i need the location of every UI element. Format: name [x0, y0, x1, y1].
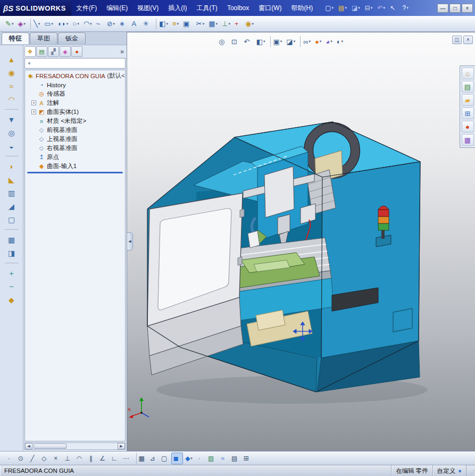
grid-table-icon[interactable]: ⊞▾ — [241, 453, 253, 464]
scroll-right-icon[interactable]: ▶ — [118, 443, 125, 449]
chevron-down-icon[interactable]: ▾ — [77, 22, 79, 26]
revolved-boss-icon[interactable]: ◉ — [4, 66, 19, 79]
chevron-down-icon[interactable]: ▾ — [332, 6, 334, 10]
rib-icon[interactable]: ▥ — [4, 186, 19, 199]
menu-edit[interactable]: 编辑(E) — [102, 0, 132, 16]
spline-icon[interactable]: ~▾ — [94, 18, 105, 30]
display-relations-icon[interactable]: ⊥▾ — [220, 18, 232, 30]
dimxpert-tab-icon[interactable]: ◈ — [60, 46, 71, 57]
snap-center-icon[interactable]: ⊙▾ — [16, 453, 28, 464]
filter-input[interactable] — [34, 59, 125, 68]
file-explorer-icon[interactable]: ▰ — [462, 94, 474, 106]
tree-item[interactable]: + ≡ ⚠ 材质 <未指定> — [25, 116, 125, 126]
model-canvas[interactable]: X — [127, 32, 475, 452]
dimension-standard-icon[interactable]: ▢▾ — [160, 453, 171, 464]
tab-sheet-metal[interactable]: 钣金 — [58, 32, 86, 44]
chevron-down-icon[interactable]: ▾ — [90, 22, 92, 26]
instant3d-icon[interactable]: ◆ — [4, 293, 19, 306]
custom-properties-icon[interactable]: ▦ — [462, 134, 474, 146]
trim-entities-icon[interactable]: ✂▾ — [194, 18, 206, 30]
rapid-sketch-icon[interactable]: ◉▾ — [243, 18, 256, 30]
previous-view-icon[interactable]: ↶▾ — [241, 36, 254, 47]
resize-grip[interactable]: ⋰ — [466, 465, 475, 476]
snap-line-icon[interactable]: ╱▾ — [28, 453, 39, 464]
chevron-down-icon[interactable]: ▾ — [263, 39, 265, 44]
hide-show-items-icon[interactable]: ∞▾ — [300, 36, 313, 47]
chevron-down-icon[interactable]: ▾ — [52, 22, 54, 26]
tree-item[interactable]: + ◇ ⚠ 右视基准面 — [25, 144, 125, 153]
tree-root-item[interactable]: ◆ ⚠ FRESADORA CON GUIA (默认< — [25, 71, 125, 80]
expand-plus-icon[interactable]: + — [31, 110, 36, 114]
chevron-down-icon[interactable]: ▾ — [228, 22, 230, 26]
shaded-with-edges-icon[interactable]: ◼▾ — [171, 453, 183, 464]
sketch-icon[interactable]: ✎▾ — [3, 18, 15, 30]
chevron-down-icon[interactable]: ▾ — [177, 22, 179, 26]
menu-insert[interactable]: 插入(I) — [163, 0, 191, 16]
section-view-icon[interactable]: ◧▾ — [254, 36, 268, 47]
chevron-down-icon[interactable]: ▾ — [294, 39, 296, 44]
graphics-area[interactable]: X ◎▾ ⊡▾ ↶▾ ◧▾ ▣▾ ◪▾ ∞▾ ●▾ — [127, 32, 475, 451]
make-path-icon[interactable]: ✳▾ — [141, 18, 153, 30]
tree-item[interactable]: + ◇ ⚠ 前视基准面 — [25, 126, 125, 135]
shell-icon[interactable]: ▢ — [4, 213, 19, 226]
ellipse-icon[interactable]: ⊘▾ — [105, 18, 117, 30]
chevron-down-icon[interactable]: ▾ — [252, 22, 254, 26]
snap-grid-icon[interactable]: ⋯▾ — [121, 453, 133, 464]
mirror-icon[interactable]: ◨ — [4, 246, 19, 260]
tree-horizontal-scrollbar[interactable]: ◀ ▶ — [24, 442, 126, 450]
tab-features[interactable]: 特征 — [2, 32, 29, 44]
chevron-down-icon[interactable]: ▾ — [358, 6, 360, 10]
texture-display-icon[interactable]: ▨▾ — [206, 453, 218, 464]
view-palette-icon[interactable]: ⊞ — [462, 107, 474, 119]
line-icon[interactable]: ╲▾ — [30, 18, 42, 30]
straight-slot-icon[interactable]: ◖◗▾ — [55, 18, 70, 30]
chevron-down-icon[interactable]: ▾ — [320, 39, 322, 44]
snap-intersection-icon[interactable]: ×▾ — [51, 453, 63, 464]
snap-tangent-icon[interactable]: ◠▾ — [74, 453, 86, 464]
appearances-icon[interactable]: ● — [462, 121, 474, 132]
chevron-down-icon[interactable]: ▾ — [113, 22, 115, 26]
tree-item[interactable]: + ◇ ⚠ 上视基准面 — [25, 135, 125, 144]
signal-tower[interactable] — [376, 206, 391, 247]
close-button[interactable]: × — [462, 4, 473, 13]
menu-view[interactable]: 视图(V) — [132, 0, 163, 16]
offset-entities-icon[interactable]: ≡▾ — [170, 18, 181, 30]
chevron-down-icon[interactable]: ▾ — [190, 456, 193, 461]
tree-item[interactable]: + ◆ ⚠ 曲面-输入1 — [25, 162, 125, 171]
new-document-icon[interactable]: ▢▾ — [323, 2, 336, 14]
scroll-left-icon[interactable]: ◀ — [25, 443, 32, 449]
chevron-down-icon[interactable]: ▾ — [341, 39, 344, 44]
propertymanager-tab-icon[interactable]: ▤ — [36, 46, 47, 57]
chevron-down-icon[interactable]: ▾ — [330, 39, 332, 44]
edit-appearance-icon[interactable]: ●▾ — [313, 36, 323, 47]
linear-pattern-icon[interactable]: ▦ — [4, 233, 19, 246]
quick-tips-sphere-icon[interactable]: ● — [458, 467, 462, 474]
hole-wizard-icon[interactable]: ◎ — [4, 126, 19, 139]
chevron-down-icon[interactable]: ▾ — [371, 6, 373, 10]
tree-item[interactable]: + ◔ ⚠ History — [25, 80, 125, 89]
view-orientation-icon[interactable]: ▣▾ — [270, 36, 285, 47]
machine-model[interactable] — [147, 122, 420, 392]
overflow-chevron-icon[interactable]: » — [120, 48, 126, 55]
draft-icon[interactable]: ◢ — [4, 199, 19, 213]
chevron-down-icon[interactable]: ▾ — [12, 22, 14, 26]
fillet-icon[interactable]: ◗ — [4, 160, 19, 173]
revolved-cut-icon[interactable]: ◒ — [4, 139, 19, 153]
machine-right-face[interactable] — [321, 162, 420, 358]
reference-geometry-icon[interactable]: + — [4, 266, 19, 280]
close-pane-icon[interactable]: × — [463, 36, 473, 44]
menu-help[interactable]: 帮助(H) — [287, 0, 318, 16]
custom-properties-status[interactable]: 自定义 ● — [433, 465, 466, 476]
display-style-icon[interactable]: ◪▾ — [284, 36, 297, 47]
point-style-icon[interactable]: ·▾ — [195, 453, 206, 464]
snap-midpoint-icon[interactable]: ◇▾ — [39, 453, 51, 464]
realview-icon[interactable]: ≈▾ — [218, 453, 230, 464]
maximize-button[interactable]: □ — [449, 4, 461, 13]
featuremanager-tree-tab-icon[interactable]: ❖ — [24, 46, 36, 57]
convert-entities-icon[interactable]: ▣▾ — [181, 18, 194, 30]
displaymanager-tab-icon[interactable]: ● — [71, 46, 82, 57]
snap-perpendicular-icon[interactable]: ⊥▾ — [63, 453, 74, 464]
chevron-down-icon[interactable]: ▾ — [23, 22, 26, 26]
point-icon[interactable]: ∗▾ — [117, 18, 129, 30]
zoom-to-fit-icon[interactable]: ◎▾ — [216, 36, 229, 47]
